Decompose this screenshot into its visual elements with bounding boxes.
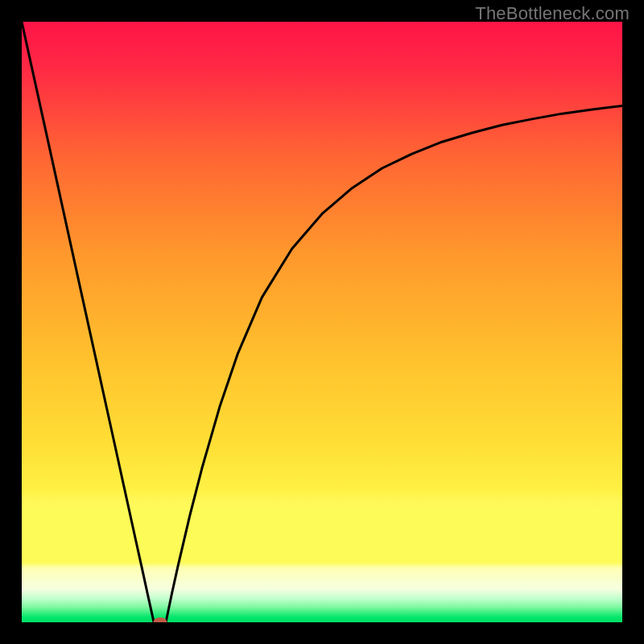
plot-area [22, 22, 622, 622]
curve-layer [22, 22, 622, 622]
right-branch-line [166, 105, 622, 622]
left-branch-line [22, 22, 154, 622]
chart-frame: TheBottleneck.com [0, 0, 644, 644]
minimum-marker [153, 617, 167, 622]
watermark-text: TheBottleneck.com [475, 3, 630, 24]
